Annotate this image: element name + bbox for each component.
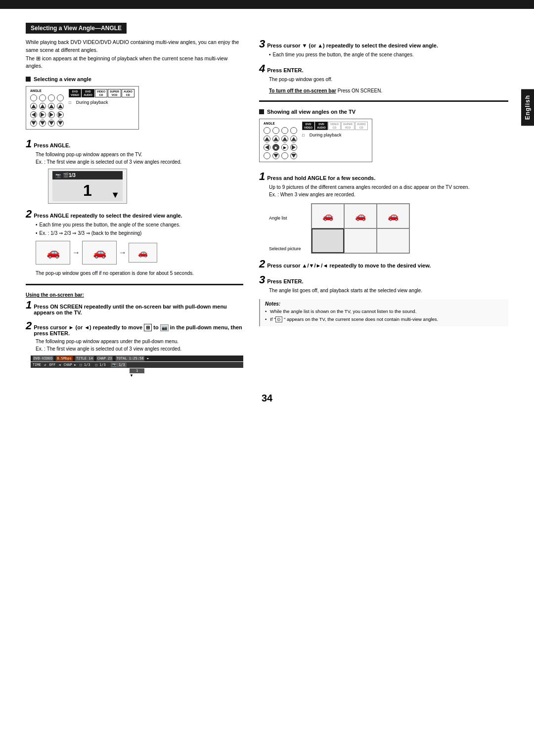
popup-off-note: The pop-up window goes off if no operati… bbox=[36, 269, 243, 277]
ctrl-row-1 bbox=[30, 94, 64, 101]
left-divider bbox=[26, 284, 243, 285]
right-step4-block: 4 Press ENTER. The pop-up window goes of… bbox=[259, 63, 508, 83]
onscreen-step1-num: 1 bbox=[26, 300, 32, 311]
right2-step2-header: 2 Press cursor ▲/▼/►/◄ repeatedly to mov… bbox=[259, 259, 508, 269]
onscreen-step2-header: 2 Press cursor ► (or ◄) repeatedly to mo… bbox=[26, 320, 243, 336]
remote-diagram-right: ANGLE bbox=[259, 119, 372, 162]
onscreen-step2-body-text: The following pop-up window appears unde… bbox=[36, 338, 243, 345]
arrow-right-1: → bbox=[72, 248, 80, 257]
ctrl-left-panel: ANGLE bbox=[30, 89, 64, 127]
angle-grid-wrapper: Angle list Selected picture 🚗 🚗 bbox=[269, 203, 508, 254]
black-square-icon-2 bbox=[259, 109, 264, 114]
popup-mockup-wrapper: 📷 🎬1/3 1 ▼ bbox=[45, 169, 130, 204]
cursor-left bbox=[30, 111, 37, 118]
r-tri-up-4 bbox=[290, 135, 297, 142]
right2-step1-header: 1 Press and hold ANGLE for a few seconds… bbox=[259, 171, 508, 182]
r-cursor-right2 bbox=[290, 144, 297, 151]
angle-list-label: Angle list bbox=[269, 216, 301, 221]
onscreen-step2-block: 2 Press cursor ► (or ◄) repeatedly to mo… bbox=[26, 320, 243, 378]
step2-body: • Each time you press the button, the an… bbox=[36, 221, 243, 237]
badges-panel-r: DVDVIDEO DVDAUDIO VIDEOCD SUPERVCD bbox=[302, 122, 368, 137]
left-column: While playing back DVD VIDEO/DVD AUDIO c… bbox=[26, 39, 243, 383]
right2-step1-block: 1 Press and hold ANGLE for a few seconds… bbox=[259, 171, 508, 198]
arrow-right-2: → bbox=[119, 248, 127, 257]
right-column: 3 Press cursor ▼ (or ▲) repeatedly to se… bbox=[259, 39, 508, 383]
car-angle-1: 🚗 bbox=[322, 211, 333, 222]
using-onscreen-label: Using the on-screen bar: bbox=[26, 292, 243, 298]
car-angle-3: 🚗 bbox=[388, 211, 399, 222]
angle-grid: 🚗 🚗 🚗 bbox=[311, 203, 410, 254]
sub-heading-showing: Showing all view angles on the TV bbox=[259, 109, 508, 115]
ctrl-row-lr bbox=[30, 111, 64, 118]
onscreen-step1-block: 1 Press ON SCREEN repeatedly until the o… bbox=[26, 300, 243, 315]
two-col-layout: While playing back DVD VIDEO/DVD AUDIO c… bbox=[26, 39, 508, 383]
car-images-row: 🚗 → 🚗 → 🚗 bbox=[36, 241, 243, 265]
ctrl-row-triangles-up bbox=[30, 103, 64, 110]
ctrl-row-triangles-down bbox=[30, 120, 64, 127]
circle-btn-4 bbox=[57, 94, 64, 101]
right-step4-body-text: The pop-up window goes off. bbox=[269, 76, 508, 83]
onscreen-step2-title: Press cursor ► (or ◄) repeatedly to move… bbox=[34, 324, 243, 336]
right2-step3-body: The angle list goes off, and playback st… bbox=[269, 287, 508, 294]
triangle-up-1 bbox=[30, 103, 37, 110]
during-playback2-label: During playback bbox=[310, 133, 342, 137]
cursor-right2 bbox=[48, 111, 55, 118]
r-play-icon: ■ bbox=[272, 144, 279, 151]
remote-diagram-left: ANGLE bbox=[26, 86, 139, 130]
bullet-dot: • bbox=[36, 221, 38, 228]
popup-fraction: 🎬1/3 bbox=[63, 173, 76, 178]
right2-step3-title: Press ENTER. bbox=[267, 278, 303, 284]
popup-number: 1 bbox=[55, 182, 120, 198]
popup-mockup: 📷 🎬1/3 1 ▼ bbox=[48, 169, 127, 204]
right2-step2-block: 2 Press cursor ▲/▼/►/◄ repeatedly to mov… bbox=[259, 259, 508, 269]
car-icon-2: 🚗 bbox=[93, 246, 106, 259]
step2-num: 2 bbox=[26, 209, 32, 220]
step2-bullet1: • Each time you press the button, the an… bbox=[36, 221, 243, 228]
right-step3-header: 3 Press cursor ▼ (or ▲) repeatedly to se… bbox=[259, 39, 508, 49]
right-divider bbox=[259, 100, 508, 102]
step1-body: The following pop-up window appears on t… bbox=[36, 151, 243, 166]
right-step3-block: 3 Press cursor ▼ (or ▲) repeatedly to se… bbox=[259, 39, 508, 58]
r-play-icon2: ▶ bbox=[281, 144, 288, 151]
angle-cell-4 bbox=[312, 228, 344, 253]
triangle-up-3 bbox=[48, 103, 55, 110]
right2-step3-block: 3 Press ENTER. The angle list goes off, … bbox=[259, 274, 508, 294]
step2-header: 2 Press ANGLE repeatedly to select the d… bbox=[26, 209, 243, 220]
right2-step2-num: 2 bbox=[259, 259, 265, 269]
intro-text: While playing back DVD VIDEO/DVD AUDIO c… bbox=[26, 39, 243, 70]
right-step3-title: Press cursor ▼ (or ▲) repeatedly to sele… bbox=[267, 43, 438, 48]
page-container: English Selecting a View Angle—ANGLE Whi… bbox=[0, 0, 534, 756]
right-step3-body: • Each time you press the button, the an… bbox=[269, 51, 508, 58]
triangle-up-2 bbox=[39, 103, 46, 110]
circle-btn-1 bbox=[30, 94, 37, 101]
right2-step3-header: 3 Press ENTER. bbox=[259, 274, 508, 285]
triangle-down-2 bbox=[39, 120, 46, 127]
step2-bullet1-text: Each time you press the button, the angl… bbox=[40, 221, 180, 228]
sub-heading-selecting: Selecting a view angle bbox=[26, 76, 243, 82]
camera-icon: 📷 bbox=[55, 173, 61, 178]
turn-off-body: Press ON SCREEN. bbox=[338, 88, 383, 93]
right2-step1-title: Press and hold ANGLE for a few seconds. bbox=[267, 175, 375, 181]
ctrl-row-r-lr: ■ ▶ bbox=[264, 144, 297, 151]
top-bar bbox=[0, 0, 534, 9]
right2-step3-num: 3 bbox=[259, 274, 265, 285]
step1-block: 1 Press ANGLE. The following pop-up wind… bbox=[26, 138, 243, 204]
car-icon-1: 🚗 bbox=[46, 246, 60, 259]
turn-off-wrapper: To turn off the on-screen bar Press ON S… bbox=[269, 88, 508, 93]
during-playback-label: During playback bbox=[76, 100, 108, 105]
bullet-dot2: • bbox=[36, 229, 38, 237]
right2-step1-body-text: Up to 9 pictures of the different camera… bbox=[269, 183, 508, 191]
turn-off-label: To turn off the on-screen bar bbox=[269, 88, 336, 93]
angle-cell-5 bbox=[344, 228, 377, 253]
r-tri-down-2 bbox=[272, 152, 279, 159]
right-bullet-dot: • bbox=[269, 51, 271, 58]
right2-step1-body: Up to 9 pictures of the different camera… bbox=[269, 183, 508, 198]
section-heading: Selecting a View Angle—ANGLE bbox=[26, 23, 127, 34]
ctrl-left-panel-r: ANGLE bbox=[264, 122, 297, 159]
right2-step1-note: Ex. : When 3 view angles are recorded. bbox=[269, 191, 508, 198]
r-circle-btn-2 bbox=[272, 127, 279, 134]
selected-picture-label: Selected picture bbox=[269, 246, 301, 251]
car-icon-3: 🚗 bbox=[138, 248, 148, 258]
right2-step3-body-text: The angle list goes off, and playback st… bbox=[269, 287, 508, 294]
angle-cell-6 bbox=[377, 228, 409, 253]
